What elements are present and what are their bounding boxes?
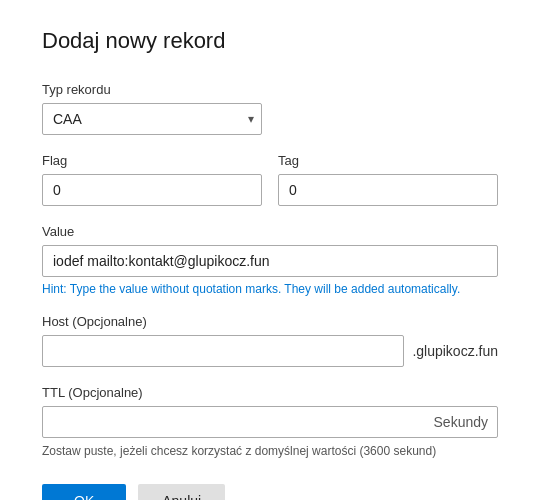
value-label: Value: [42, 224, 498, 239]
ttl-input[interactable]: [42, 406, 498, 438]
record-type-label: Typ rekordu: [42, 82, 498, 97]
value-group: Value Hint: Type the value without quota…: [42, 224, 498, 296]
ttl-input-wrapper: Sekundy: [42, 406, 498, 438]
add-record-dialog: Dodaj nowy rekord Typ rekordu CAA A AAAA…: [10, 0, 530, 500]
host-row: .glupikocz.fun: [42, 335, 498, 367]
host-group: Host (Opcjonalne) .glupikocz.fun: [42, 314, 498, 367]
record-type-select[interactable]: CAA A AAAA CNAME MX TXT NS SRV: [42, 103, 262, 135]
record-type-group: Typ rekordu CAA A AAAA CNAME MX TXT NS S…: [42, 82, 498, 135]
cancel-button[interactable]: Anuluj: [138, 484, 225, 500]
ttl-hint: Zostaw puste, jeżeli chcesz korzystać z …: [42, 443, 498, 460]
ok-button[interactable]: OK: [42, 484, 126, 500]
button-row: OK Anuluj: [42, 484, 498, 500]
ttl-group: TTL (Opcjonalne) Sekundy Zostaw puste, j…: [42, 385, 498, 460]
tag-group: Tag: [278, 153, 498, 206]
flag-label: Flag: [42, 153, 262, 168]
record-type-select-wrapper: CAA A AAAA CNAME MX TXT NS SRV ▾: [42, 103, 262, 135]
host-input[interactable]: [42, 335, 404, 367]
host-label: Host (Opcjonalne): [42, 314, 498, 329]
ttl-label: TTL (Opcjonalne): [42, 385, 498, 400]
tag-input[interactable]: [278, 174, 498, 206]
flag-tag-row: Flag Tag: [42, 153, 498, 206]
tag-label: Tag: [278, 153, 498, 168]
dialog-title: Dodaj nowy rekord: [42, 28, 498, 54]
host-suffix: .glupikocz.fun: [412, 343, 498, 359]
flag-input[interactable]: [42, 174, 262, 206]
flag-group: Flag: [42, 153, 262, 206]
value-input[interactable]: [42, 245, 498, 277]
value-hint: Hint: Type the value without quotation m…: [42, 282, 498, 296]
